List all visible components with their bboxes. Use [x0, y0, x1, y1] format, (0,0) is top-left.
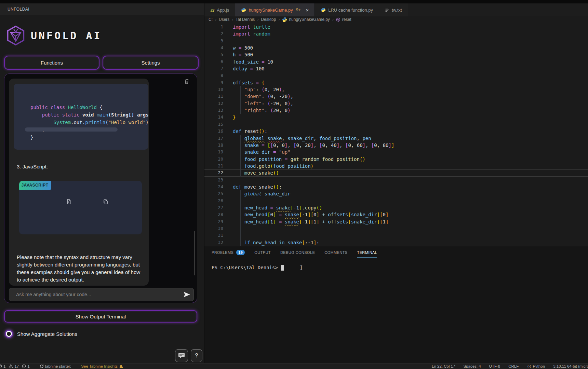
show-aggregate-solutions-radio[interactable]: Show Aggregate Solutions [5, 330, 77, 338]
breadcrumb-separator: › [257, 17, 258, 22]
brand-name: UNFOLD AI [31, 30, 102, 42]
indent-guide [240, 218, 241, 225]
breadcrumb-item[interactable]: hungrySnakeGame.py [282, 17, 330, 22]
radio-icon[interactable] [5, 330, 13, 338]
show-output-terminal-button[interactable]: Show Output Terminal [4, 310, 197, 323]
line-number: 6 [204, 58, 227, 65]
sidebar-title: UNFOLDAI [8, 7, 29, 12]
unfoldai-logo-icon [6, 25, 25, 46]
line-number: 32 [204, 239, 227, 246]
line-code: global snake_dir [233, 190, 291, 197]
chat-input[interactable] [9, 291, 180, 298]
line-number: 1 [204, 24, 227, 30]
statusbar-item[interactable]: See Tabnine Insights [81, 364, 123, 368]
line-code: food_position = get_random_food_position… [233, 156, 365, 163]
line-number: 27 [204, 204, 227, 211]
statusbar-item[interactable]: ({Python [527, 364, 545, 369]
breadcrumb-item[interactable]: Desktop [261, 17, 276, 22]
panel-tab-terminal[interactable]: TERMINAL [357, 250, 377, 255]
statusbar-item[interactable]: 17 [9, 364, 19, 368]
breadcrumb-item[interactable]: C: [209, 17, 213, 22]
breadcrumb-item[interactable]: Tal Dennis [236, 17, 255, 22]
statusbar-item[interactable]: tabnine starter: [40, 364, 71, 368]
line-number: 21 [204, 163, 227, 169]
help-button[interactable]: ? [191, 349, 202, 362]
terminal[interactable]: PS C:\Users\Tal Dennis> I [212, 264, 303, 271]
info-icon [22, 364, 26, 368]
editor-line: 7delay = 100 [204, 65, 588, 72]
breadcrumb-item[interactable]: Users [219, 17, 229, 22]
close-icon[interactable]: × [306, 7, 309, 13]
editor-line: 28 new_head[0] = snake[-1][0] + offsets[… [204, 211, 588, 218]
line-code: w = 500 [233, 44, 253, 51]
statusbar-item[interactable]: 3.10.11 64-bit (micros [553, 364, 588, 368]
indent-guide [240, 225, 241, 232]
panel-tab-debug-console[interactable]: DEBUG CONSOLE [280, 250, 315, 255]
copy-code-icon[interactable] [103, 184, 138, 219]
line-number: 19 [204, 149, 227, 155]
statusbar-item[interactable]: Spaces: 4 [463, 364, 481, 368]
line-code: import turtle [233, 24, 270, 30]
feedback-button[interactable] [175, 349, 188, 362]
code-horizontal-scrollbar[interactable] [25, 127, 118, 132]
tab-problems-badge: 9+ [296, 8, 301, 12]
editor-line: 30 [204, 225, 588, 232]
brand-header: UNFOLD AI [6, 25, 102, 46]
editor-tab[interactable]: hungrySnakeGame.py9+× [235, 3, 315, 16]
line-code: globasl snake, snake_dir, food_position,… [233, 135, 371, 142]
code-editor[interactable]: 1import turtle2import random34w = 5005h … [204, 23, 588, 247]
statusbar-item[interactable]: 1 [0, 364, 5, 368]
line-number: 9 [204, 79, 227, 86]
line-number: 31 [204, 232, 227, 239]
javascript-code-block: JAVASCRIPT console.log("Hello world"); [19, 181, 142, 234]
insert-code-icon[interactable] [66, 184, 101, 219]
radio-label: Show Aggregate Solutions [17, 331, 77, 337]
muscle-icon [119, 364, 123, 368]
python-file-icon [282, 17, 287, 22]
line-code: "right": (20, 0) [233, 107, 291, 114]
chat-scrollbar[interactable] [194, 231, 195, 275]
editor-line: 3 [204, 38, 588, 44]
code-line: public class HelloWorld { [30, 104, 138, 111]
problems-count-badge: 19 [236, 250, 245, 255]
editor-line: 26 [204, 197, 588, 204]
line-number: 3 [204, 38, 227, 44]
code-line: } [30, 134, 138, 141]
panel-tab-problems[interactable]: PROBLEMS19 [212, 250, 245, 256]
panel-tab-comments[interactable]: COMMENTS [324, 250, 347, 255]
editor-line: 14} [204, 114, 588, 121]
editor-line: 29 new_head[1] = snake[-1][1] + offsets[… [204, 218, 588, 225]
editor-tab[interactable]: LRU cache function.py [315, 3, 379, 16]
indent-guide [240, 163, 241, 169]
statusbar-item[interactable]: CRLF [508, 364, 519, 368]
line-code: food_size = 10 [233, 58, 273, 65]
panel-tab-output[interactable]: OUTPUT [254, 250, 271, 255]
line-code: } [233, 114, 236, 121]
indent-guide [240, 149, 241, 155]
line-number: 11 [204, 93, 227, 100]
functions-button[interactable]: Functions [4, 56, 99, 70]
bottom-panel: PROBLEMS19OUTPUTDEBUG CONSOLECOMMENTSTER… [204, 246, 588, 363]
line-number: 16 [204, 128, 227, 135]
statusbar-item[interactable]: UTF-8 [489, 364, 500, 368]
editor-line: 12 "left": (-20, 0), [204, 100, 588, 107]
editor-tab[interactable]: tw.txt [379, 3, 408, 16]
indent-guide [240, 239, 241, 246]
statusbar-item[interactable]: Ln 22, Col 17 [432, 364, 455, 368]
statusbar-item[interactable]: 1 [22, 364, 29, 368]
send-icon[interactable] [180, 291, 193, 298]
panel-tab-bar: PROBLEMS19OUTPUTDEBUG CONSOLECOMMENTSTER… [212, 250, 377, 256]
indent-guide [240, 232, 241, 239]
line-code: move_snake() [233, 169, 279, 176]
breadcrumb-item[interactable]: reset [336, 17, 351, 22]
indent-guide [240, 169, 241, 176]
clear-chat-trash-icon[interactable] [183, 78, 191, 85]
editor-tab[interactable]: JSApp.js [204, 3, 235, 16]
indent-guide [240, 190, 241, 197]
settings-button[interactable]: Settings [103, 56, 199, 70]
editor-line: 25 global snake_dir [204, 190, 588, 197]
mouse-ibeam-cursor: I [300, 264, 303, 271]
line-number: 20 [204, 156, 227, 163]
editor-line: 2import random [204, 30, 588, 37]
assistant-note-text: Please note that the syntax and structur… [17, 254, 141, 284]
